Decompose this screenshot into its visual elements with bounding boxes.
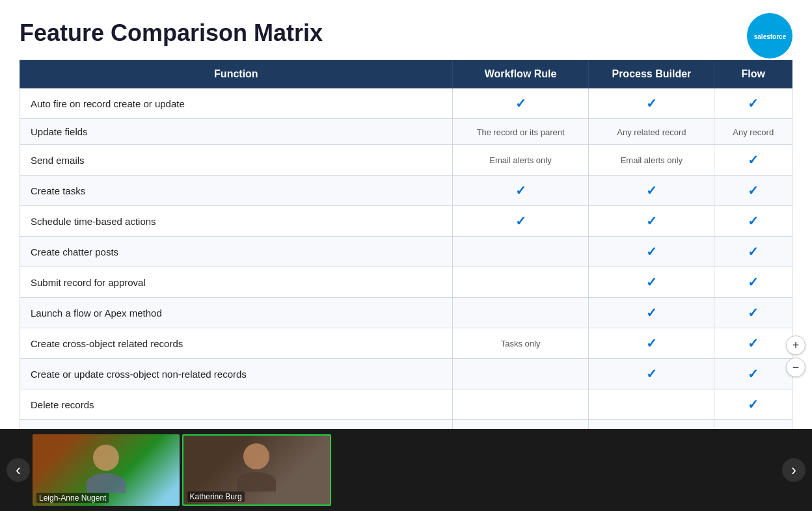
cell-process: ✓	[589, 176, 714, 206]
participant-label-1: Leigh-Anne Nugent	[36, 493, 109, 503]
table-row: Auto fire on record create or update✓✓✓	[20, 88, 792, 119]
video-tile-person2: Katherine Burg	[182, 434, 332, 506]
table-row: Submit record for approval✓✓	[20, 267, 792, 298]
cell-text-value: Tasks only	[501, 339, 541, 348]
video-tile-3	[334, 434, 481, 506]
cell-process: ✓	[589, 88, 714, 119]
cell-function: Create cross-object related records	[20, 328, 453, 359]
table-row: Create chatter posts✓✓	[20, 237, 792, 267]
col-header-flow: Flow	[714, 60, 792, 88]
cell-process: Any related record	[589, 119, 714, 145]
table-row: Launch a flow or Apex method✓✓	[20, 298, 792, 328]
checkmark-icon: ✓	[646, 367, 657, 381]
cell-workflow	[452, 298, 589, 328]
zoom-out-button[interactable]: −	[786, 358, 805, 377]
checkmark-icon: ✓	[748, 214, 759, 228]
cell-function: Create or update cross-object non-relate…	[20, 359, 453, 389]
cell-workflow	[452, 359, 589, 389]
page-title: Feature Comparison Matrix	[20, 20, 792, 47]
salesforce-logo: salesforce	[747, 13, 792, 59]
cell-flow: ✓	[714, 328, 792, 359]
checkmark-icon: ✓	[748, 244, 759, 259]
checkmark-icon: ✓	[748, 96, 759, 111]
cell-flow: ✓	[714, 206, 792, 237]
table-header-row: Function Workflow Rule Process Builder F…	[20, 60, 792, 88]
zoom-in-button[interactable]: +	[786, 335, 805, 355]
nav-arrow-right[interactable]: ›	[782, 458, 805, 482]
cell-workflow: ✓	[452, 88, 589, 119]
cell-text-value: Any related record	[617, 127, 686, 137]
cell-flow: ✓	[714, 389, 792, 420]
checkmark-icon: ✓	[646, 96, 657, 111]
cell-workflow: ✓	[452, 206, 589, 237]
cell-workflow	[452, 267, 589, 298]
cell-function: Send emails	[20, 145, 453, 176]
checkmark-icon: ✓	[646, 275, 657, 289]
cell-workflow	[452, 237, 589, 267]
cell-flow: ✓	[714, 176, 792, 206]
checkmark-icon: ✓	[748, 153, 759, 167]
nav-arrow-left[interactable]: ‹	[7, 458, 30, 482]
cell-function: Delete records	[20, 389, 453, 420]
cell-workflow: Tasks only	[452, 328, 589, 359]
comparison-table: Function Workflow Rule Process Builder F…	[20, 60, 792, 451]
table-row: Send emailsEmail alerts onlyEmail alerts…	[20, 145, 792, 176]
slide-area: salesforce Feature Comparison Matrix Fun…	[0, 0, 812, 429]
cell-flow: ✓	[714, 145, 792, 176]
cell-flow: ✓	[714, 359, 792, 389]
cell-process: ✓	[589, 328, 714, 359]
cell-process: ✓	[589, 359, 714, 389]
col-header-workflow: Workflow Rule	[452, 60, 589, 88]
cell-flow: ✓	[714, 237, 792, 267]
svg-text:salesforce: salesforce	[753, 33, 786, 40]
cell-function: Auto fire on record create or update	[20, 88, 453, 119]
video-bar: ‹ Leigh-Anne Nugent Katherine Burg ›	[0, 429, 812, 511]
checkmark-icon: ✓	[748, 275, 759, 289]
cell-text-value: Any record	[733, 127, 774, 137]
cell-flow: Any record	[714, 119, 792, 145]
person-silhouette-1	[87, 445, 126, 493]
video-tile-4	[483, 434, 630, 506]
cell-process	[589, 389, 714, 420]
participant-label-2: Katherine Burg	[187, 491, 245, 502]
cell-text-value: The record or its parent	[476, 127, 564, 137]
cell-text-value: Email alerts only	[621, 155, 683, 165]
video-tile-5	[632, 434, 779, 506]
checkmark-icon: ✓	[515, 96, 526, 111]
cell-process: ✓	[589, 267, 714, 298]
video-tile-person1: Leigh-Anne Nugent	[33, 434, 180, 506]
cell-workflow: Email alerts only	[452, 145, 589, 176]
table-row: Update fieldsThe record or its parentAny…	[20, 119, 792, 145]
cell-flow: ✓	[714, 298, 792, 328]
col-header-function: Function	[20, 60, 453, 88]
checkmark-icon: ✓	[515, 214, 526, 228]
cell-function: Schedule time-based actions	[20, 206, 453, 237]
cell-workflow	[452, 389, 589, 420]
checkmark-icon: ✓	[646, 214, 657, 228]
cell-workflow: ✓	[452, 176, 589, 206]
table-row: Create or update cross-object non-relate…	[20, 359, 792, 389]
cell-process: ✓	[589, 298, 714, 328]
checkmark-icon: ✓	[515, 183, 526, 198]
cell-function: Create tasks	[20, 176, 453, 206]
person-silhouette-2	[237, 443, 276, 491]
cell-function: Launch a flow or Apex method	[20, 298, 453, 328]
checkmark-icon: ✓	[646, 183, 657, 198]
table-row: Delete records✓	[20, 389, 792, 420]
cell-workflow: The record or its parent	[452, 119, 589, 145]
zoom-controls: + −	[786, 335, 805, 377]
checkmark-icon: ✓	[748, 397, 759, 412]
cell-process: Email alerts only	[589, 145, 714, 176]
cell-text-value: Email alerts only	[489, 155, 551, 165]
checkmark-icon: ✓	[748, 336, 759, 350]
checkmark-icon: ✓	[748, 306, 759, 320]
cell-process: ✓	[589, 237, 714, 267]
cell-process: ✓	[589, 206, 714, 237]
cell-function: Submit record for approval	[20, 267, 453, 298]
cell-function: Create chatter posts	[20, 237, 453, 267]
cell-flow: ✓	[714, 88, 792, 119]
checkmark-icon: ✓	[646, 336, 657, 350]
cell-flow: ✓	[714, 267, 792, 298]
cell-function: Update fields	[20, 119, 453, 145]
table-row: Create tasks✓✓✓	[20, 176, 792, 206]
